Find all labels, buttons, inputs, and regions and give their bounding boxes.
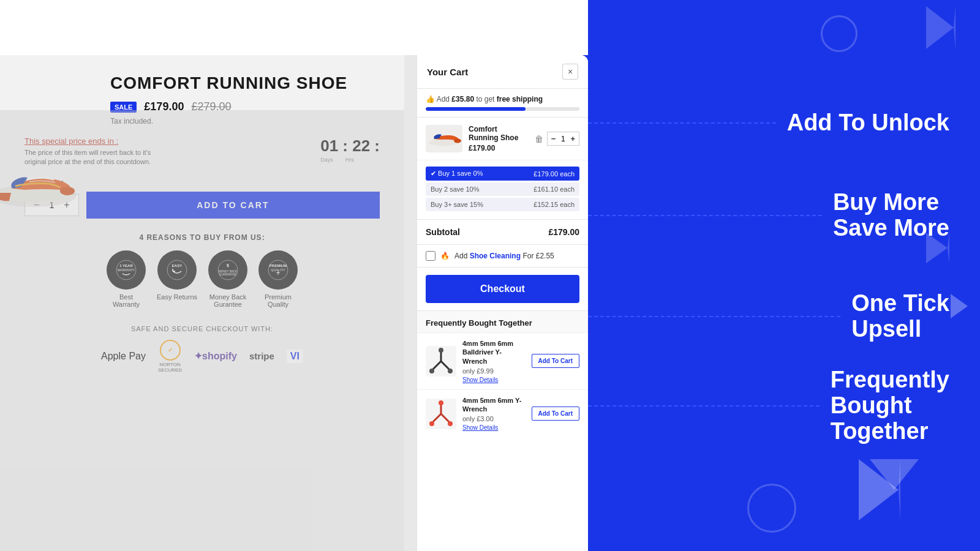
fbt-item-1-name: 4mm 5mm 6mm Balldriver Y-Wrench — [462, 339, 526, 365]
annotation-triangle-bottom — [870, 459, 919, 490]
annotation-line-1 — [588, 122, 776, 124]
svg-point-30 — [448, 421, 453, 426]
fbt-item-2-link[interactable]: Show Details — [462, 424, 526, 431]
price-original: £279.00 — [191, 100, 231, 113]
upsell-product: Shoe Cleaning — [470, 252, 521, 260]
fbt-item-1-image — [426, 346, 456, 377]
content-area: COMFORT RUNNING SHOE SALE £179.00 £279.0… — [0, 55, 588, 551]
fbt-section: Frequently Bought Together — [417, 310, 588, 437]
warranty-label: BestWarranty — [113, 293, 140, 308]
annotation-line-4 — [588, 405, 820, 407]
shipping-prefix: Add — [437, 95, 452, 103]
tier-row-2[interactable]: Buy 2 save 10% £161.10 each — [426, 182, 579, 196]
top-bar — [0, 0, 588, 55]
annotation-fbt: FrequentlyBoughtTogether — [588, 367, 949, 444]
tier-1-check: ✔ Buy 1 save 0% — [431, 170, 483, 178]
shape-triangle-right-top — [926, 6, 956, 49]
shipping-progress-fill — [426, 107, 526, 111]
svg-text:1 YEAR: 1 YEAR — [119, 264, 133, 268]
cart-delete-button[interactable]: 🗑 — [535, 134, 543, 144]
subtotal-label: Subtotal — [426, 227, 460, 237]
reasons-section: 4 REASONS TO BUY FROM US: 1 YEAR WARRANT… — [24, 233, 380, 308]
svg-point-22 — [429, 369, 434, 373]
svg-point-23 — [448, 369, 453, 373]
add-to-cart-button[interactable]: ADD TO CART — [86, 192, 380, 219]
product-title: COMFORT RUNNING SHOE — [110, 73, 380, 93]
shipping-text: 👍 Add £35.80 to get free shipping — [426, 95, 579, 103]
moneyback-circle: $ MONEY BACK GUARANTEE — [208, 250, 247, 290]
fbt-item-1-link[interactable]: Show Details — [462, 377, 526, 383]
cart-panel: Your Cart × 👍 Add £35.80 to get free shi… — [417, 55, 588, 551]
fbt-item-1-add-button[interactable]: Add To Cart — [532, 354, 579, 368]
quality-label: PremiumQuality — [265, 293, 292, 308]
norton-badge: ✓ NORTONSECURED — [158, 340, 182, 373]
fbt-item-2: 4mm 5mm 6mm Y-Wrench only £3.00 Show Det… — [417, 389, 588, 438]
cart-title: Your Cart — [427, 67, 468, 77]
timer-days-label: Days — [320, 157, 333, 163]
reason-warranty: 1 YEAR WARRANTY BestWarranty — [107, 250, 146, 308]
cart-qty-value: 1 — [558, 135, 568, 143]
shipping-free: free shipping — [497, 95, 543, 103]
annotation-line-2 — [588, 215, 822, 216]
tax-text: Tax included. — [110, 117, 380, 126]
cart-item-details: Comfort Running Shoe £179.00 — [469, 125, 529, 152]
upsell-checkbox[interactable] — [426, 251, 435, 261]
returns-circle: EASY — [157, 250, 197, 290]
fbt-item-2-add-button[interactable]: Add To Cart — [532, 407, 579, 421]
checkout-button[interactable]: Checkout — [426, 275, 579, 303]
tier-row-1[interactable]: ✔ Buy 1 save 0% £179.00 each — [426, 167, 579, 181]
timer-labels: Days Hrs — [320, 157, 380, 163]
warranty-circle: 1 YEAR WARRANTY — [107, 250, 146, 290]
fbt-item-2-image — [426, 399, 456, 429]
annotation-line-3 — [588, 316, 840, 317]
shipping-amount: £35.80 — [451, 95, 474, 103]
cart-qty-decrease[interactable]: − — [551, 134, 556, 143]
countdown-timer: 01 : 22 : Days Hrs — [320, 137, 380, 163]
norton-circle: ✓ — [160, 340, 181, 361]
fbt-item-2-price: only £3.00 — [462, 415, 526, 422]
svg-point-28 — [439, 400, 443, 405]
quality-circle: PREMIUM QUALITY + — [258, 250, 298, 290]
cart-qty-control: − 1 + — [547, 132, 579, 146]
shopify-logo: ✦shopify — [194, 350, 237, 362]
returns-label: Easy Returns — [157, 293, 197, 301]
shipping-emoji: 👍 — [426, 95, 435, 103]
svg-point-16 — [454, 139, 461, 143]
price-current: £179.00 — [144, 100, 184, 113]
tier-2-price: £161.10 each — [533, 186, 575, 193]
svg-point-21 — [439, 348, 443, 353]
svg-text:PREMIUM: PREMIUM — [270, 264, 287, 268]
cart-item-name: Comfort Running Shoe — [469, 125, 529, 142]
svg-text:+: + — [276, 269, 281, 277]
fbt-title: Frequently Bought Together — [417, 311, 588, 332]
annotation-text-add-to-unlock: Add To Unlock — [776, 110, 949, 136]
upsell-text: Add Shoe Cleaning For £2.55 — [454, 252, 554, 260]
tier-1-price: £179.00 each — [533, 170, 575, 178]
svg-point-5 — [167, 260, 187, 280]
cart-item-price: £179.00 — [469, 144, 529, 152]
shipping-progress-bar — [426, 107, 579, 111]
annotation-upsell: One TickUpsell — [588, 291, 949, 342]
shoe-image — [0, 153, 80, 214]
timer-value: 01 : 22 : — [320, 137, 380, 156]
svg-text:WARRANTY: WARRANTY — [118, 268, 135, 272]
annotation-text-buy-more: Buy MoreSave More — [822, 190, 949, 241]
reasons-title: 4 REASONS TO BUY FROM US: — [24, 233, 380, 242]
reason-moneyback: $ MONEY BACK GUARANTEE Money BackGurante… — [208, 250, 247, 308]
svg-point-29 — [429, 421, 434, 426]
svg-text:GUARANTEE: GUARANTEE — [219, 273, 236, 276]
special-price-link[interactable]: This special price ends in : — [24, 137, 159, 146]
product-page: COMFORT RUNNING SHOE SALE £179.00 £279.0… — [0, 55, 404, 551]
reason-returns: EASY Easy Returns — [157, 250, 197, 308]
checkout-section: SAFE AND SECURE CHECKOUT WITH: Apple Pay… — [24, 325, 380, 373]
annotation-text-fbt: FrequentlyBoughtTogether — [820, 367, 949, 444]
tier-row-3[interactable]: Buy 3+ save 15% £152.15 each — [426, 198, 579, 211]
moneyback-label: Money BackGurantee — [209, 293, 247, 308]
fbt-item-2-name: 4mm 5mm 6mm Y-Wrench — [462, 396, 526, 414]
cart-close-button[interactable]: × — [562, 64, 578, 80]
cart-qty-increase[interactable]: + — [570, 134, 575, 143]
tier-2-label: Buy 2 save 10% — [431, 186, 480, 193]
fbt-item-1: 4mm 5mm 6mm Balldriver Y-Wrench only £9.… — [417, 332, 588, 389]
timer-hrs-label: Hrs — [345, 157, 354, 163]
annotation-text-upsell: One TickUpsell — [840, 291, 949, 342]
